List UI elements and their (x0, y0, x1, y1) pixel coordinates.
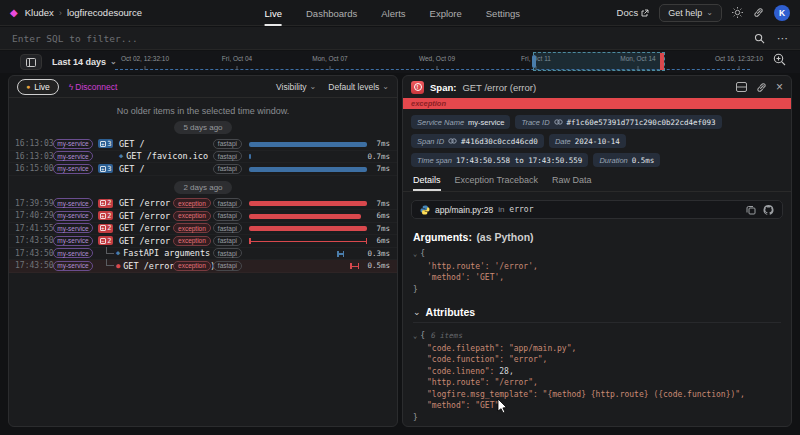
expand-count-badge[interactable]: +3 (98, 164, 113, 173)
sql-filter-input[interactable]: Enter SQL to filter... (12, 33, 754, 44)
trace-row[interactable]: 16:15:00 my-service +3 GET / fastapi 7ms (9, 163, 397, 176)
tree-branch-connector (106, 259, 114, 266)
copy-link-icon (554, 119, 563, 125)
nav-live[interactable]: Live (265, 0, 282, 26)
code-filepath: app/main.py:28 (435, 205, 493, 215)
trace-id-badge[interactable]: Trace ID #f1c60e57391d771c290c0b22cd4ef0… (515, 115, 721, 129)
expand-icon: + (100, 141, 106, 147)
trace-row[interactable]: 17:43:50 my-service ◆ FastAPI arguments … (9, 248, 397, 261)
github-icon[interactable] (763, 205, 774, 215)
duration-bar-region (249, 210, 367, 223)
expand-count-badge[interactable]: +2 (98, 211, 113, 220)
timeline-selection[interactable] (533, 52, 665, 71)
arguments-heading: Arguments: (413, 231, 472, 243)
service-badge: my-service (53, 151, 93, 161)
tag-badge: fastapi (213, 164, 242, 174)
default-levels-dropdown[interactable]: Default levels ⌄ (328, 82, 389, 92)
zoom-in-button[interactable] (773, 53, 786, 66)
time-range-dropdown[interactable]: Last 14 days ⌄ (52, 54, 117, 70)
collapse-caret-icon[interactable]: ⌄ (413, 332, 417, 340)
tag-badge: exception (173, 261, 211, 271)
attributes-heading: Attributes (426, 306, 476, 318)
detail-header: ! Span: GET /error (error) × (403, 76, 791, 98)
tag-badge: fastapi (213, 223, 242, 233)
docs-link[interactable]: Docs (617, 7, 650, 18)
lightning-icon: ϟ (69, 82, 74, 92)
search-icon[interactable] (754, 33, 765, 44)
row-timestamp: 17:40:29 (15, 211, 53, 220)
arguments-section: Arguments: (as Python) ⌄{ 'http.route': … (403, 225, 791, 297)
disconnect-button[interactable]: ϟ Disconnect (69, 82, 118, 92)
row-timestamp: 17:43:50 (15, 261, 53, 270)
service-badge: my-service (53, 248, 93, 258)
magnifier-plus-icon (773, 53, 786, 66)
tag-badge: fastapi (213, 261, 242, 271)
breadcrumb-project[interactable]: logfirecodesource (67, 7, 142, 18)
trace-row[interactable]: 16:13:03 my-service ◆ GET /favicon.ico f… (9, 151, 397, 164)
copy-icon[interactable] (746, 205, 756, 215)
duration-span-marker (350, 263, 359, 269)
user-avatar[interactable]: K (774, 5, 790, 21)
close-icon[interactable]: × (776, 81, 783, 93)
trace-row[interactable]: 17:40:29 my-service +2 GET /error except… (9, 210, 397, 223)
row-duration: 6ms (376, 236, 390, 245)
expand-icon: + (100, 200, 106, 206)
duration-bar-region (249, 138, 367, 151)
code-location-row[interactable]: app/main.py:28 in error (411, 200, 783, 219)
span-title: GET /error (119, 198, 170, 208)
attributes-heading-row[interactable]: ⌄ Attributes (403, 306, 791, 318)
live-toggle-button[interactable]: ● Live (17, 79, 59, 95)
nav-dashboards[interactable]: Dashboards (306, 0, 357, 26)
tab-exception-traceback[interactable]: Exception Traceback (455, 175, 539, 191)
collapse-caret-icon[interactable]: ⌄ (413, 250, 417, 258)
expand-icon: + (100, 225, 106, 231)
chevron-down-icon: ⌄ (706, 9, 713, 17)
duration-bar-region (249, 150, 367, 163)
trace-row[interactable]: 16:13:03 my-service +3 GET / fastapi 7ms (9, 138, 397, 151)
live-feed-panel: ● Live ϟ Disconnect Visibility ⌄ Default… (8, 75, 398, 427)
detail-span-title: GET /error (error) (462, 82, 536, 93)
dock-panel-icon[interactable] (736, 82, 747, 92)
row-timestamp: 17:43:50 (15, 249, 53, 258)
row-duration: 7ms (376, 199, 390, 208)
panel-toggle-button[interactable] (20, 54, 42, 70)
service-badge: my-service (53, 139, 93, 149)
selection-left-handle[interactable] (532, 55, 536, 68)
timeline-ruler[interactable]: Oct 02, 12:32:10 Fri, Oct 04 Mon, Oct 07… (115, 51, 760, 73)
theme-toggle-button[interactable] (732, 7, 743, 18)
service-badge: my-service (53, 261, 93, 271)
row-duration: 0.5ms (367, 261, 390, 270)
get-help-button[interactable]: Get help ⌄ (659, 4, 722, 22)
exception-banner: exception (403, 98, 791, 109)
timeline-tick: Wed, Oct 09 (419, 55, 455, 62)
visibility-dropdown[interactable]: Visibility ⌄ (276, 82, 316, 92)
duration-bar-region (249, 197, 367, 210)
row-duration: 7ms (376, 139, 390, 148)
trace-row[interactable]: 17:41:55 my-service +2 GET /error except… (9, 223, 397, 236)
expand-count-badge[interactable]: +3 (98, 139, 113, 148)
expand-count-badge[interactable]: +2 (98, 199, 113, 208)
trace-row-selected[interactable]: 17:43:50 my-service ● GET /error (error)… (9, 260, 397, 273)
live-status-dot-icon: ● (26, 83, 30, 90)
expand-count-badge[interactable]: +2 (98, 224, 113, 233)
collapse-count-badge[interactable]: −2 (98, 236, 113, 245)
time-marker-badge: 5 days ago (174, 121, 231, 134)
link-icon[interactable] (756, 82, 767, 93)
share-link-button[interactable] (753, 7, 764, 18)
sql-filter-bar: Enter SQL to filter... ⋯ (0, 27, 800, 50)
row-duration: 7ms (376, 224, 390, 233)
trace-row[interactable]: 17:39:59 my-service +2 GET /error except… (9, 198, 397, 211)
tab-details[interactable]: Details (413, 175, 441, 191)
nav-settings[interactable]: Settings (486, 0, 520, 26)
span-id-badge[interactable]: Span ID #416d30c0ccd46cd0 (411, 134, 544, 148)
tab-raw-data[interactable]: Raw Data (552, 175, 592, 191)
nav-explore[interactable]: Explore (430, 0, 462, 26)
span-title: GET / (119, 164, 145, 174)
trace-row[interactable]: 17:43:50 my-service −2 GET /error except… (9, 235, 397, 248)
more-options-button[interactable]: ⋯ (777, 32, 788, 45)
nav-alerts[interactable]: Alerts (381, 0, 405, 26)
detail-tabs: Details Exception Traceback Raw Data (403, 171, 791, 192)
expand-icon: + (100, 166, 106, 172)
breadcrumb-org[interactable]: Kludex (25, 7, 54, 18)
service-badge: my-service (53, 211, 93, 221)
